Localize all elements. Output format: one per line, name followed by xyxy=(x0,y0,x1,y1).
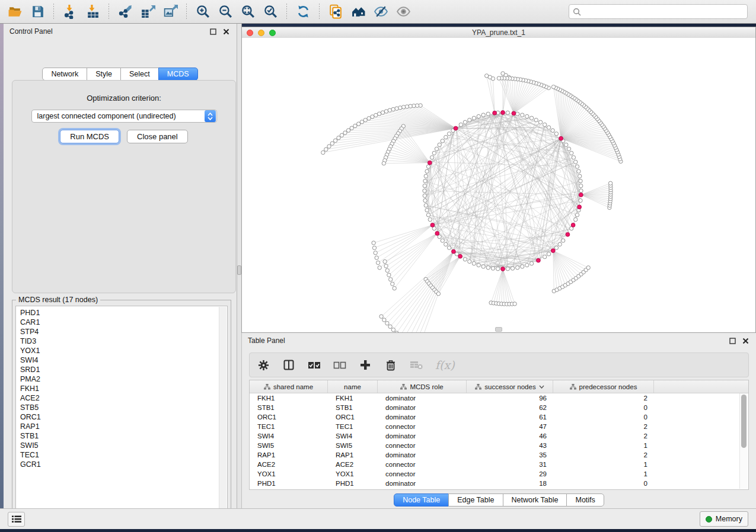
refresh-button[interactable] xyxy=(293,2,313,21)
deselect-all-button[interactable] xyxy=(333,358,346,371)
houses-button[interactable] xyxy=(348,2,368,21)
table-row-FKH1[interactable]: FKH1FKH1dominator962 xyxy=(250,393,748,403)
eye-icon xyxy=(396,4,411,19)
canvas-grip[interactable] xyxy=(495,327,502,332)
table-tab-node-table[interactable]: Node Table xyxy=(394,493,449,507)
list-icon xyxy=(12,515,21,523)
tab-style[interactable]: Style xyxy=(87,68,121,81)
delete-table-button-disabled xyxy=(410,358,423,371)
table-delete-icon xyxy=(410,361,423,370)
zoom-in-button[interactable] xyxy=(193,2,213,21)
task-history-button[interactable] xyxy=(8,512,25,527)
tree-icon xyxy=(475,384,481,390)
zoom-out-icon xyxy=(218,4,233,19)
close-panel-button[interactable] xyxy=(221,27,231,36)
column-header-predecessor-nodes[interactable]: predecessor nodes xyxy=(553,380,654,393)
column-header-MCDS-role[interactable]: MCDS role xyxy=(378,380,467,393)
network-canvas[interactable] xyxy=(242,38,755,332)
show-graphics-details-button[interactable] xyxy=(393,2,413,21)
table-row-ORC1[interactable]: ORC1ORC1dominator610 xyxy=(250,412,748,422)
criterion-dropdown[interactable]: largest connected component (undirected) xyxy=(31,110,217,123)
tree-icon xyxy=(264,384,270,390)
table-settings-button[interactable] xyxy=(257,358,270,371)
zoom-in-icon xyxy=(196,4,210,19)
export-network-button[interactable] xyxy=(115,2,135,21)
column-header-shared-name[interactable]: shared name xyxy=(250,380,328,393)
table-row-TEC1[interactable]: TEC1TEC1connector472 xyxy=(250,422,748,431)
toolbar-search[interactable] xyxy=(569,4,748,19)
mcds-result-item: RAP1 xyxy=(20,422,227,431)
toolbar-separator xyxy=(186,4,187,20)
float-icon xyxy=(210,28,216,35)
open-folder-icon xyxy=(8,4,23,19)
import-table-button[interactable] xyxy=(82,2,103,21)
table-row-PHD1[interactable]: PHD1PHD1dominator180 xyxy=(250,479,748,488)
node-table: shared namenameMCDS rolesuccessor nodesp… xyxy=(249,380,749,490)
mcds-result-scrollbar[interactable] xyxy=(219,307,227,515)
tab-network[interactable]: Network xyxy=(42,68,87,81)
table-cell: 43 xyxy=(467,442,553,449)
table-row-SWI5[interactable]: SWI5SWI5connector431 xyxy=(250,441,748,450)
close-mcds-panel-button[interactable]: Close panel xyxy=(127,130,188,143)
column-header-name[interactable]: name xyxy=(328,380,378,393)
tab-select[interactable]: Select xyxy=(120,68,159,81)
network-titlebar[interactable]: YPA_prune.txt_1 xyxy=(242,27,755,39)
show-columns-button[interactable] xyxy=(282,358,295,371)
network-document-icon xyxy=(328,4,343,19)
float-panel-button[interactable] xyxy=(208,27,218,36)
run-mcds-button[interactable]: Run MCDS xyxy=(60,130,119,143)
table-row-SWI4[interactable]: SWI4SWI4dominator462 xyxy=(250,431,748,441)
save-session-button[interactable] xyxy=(27,2,47,21)
zoom-selected-button[interactable] xyxy=(260,2,280,21)
mcds-result-item: STP4 xyxy=(20,327,227,336)
table-scrollbar[interactable] xyxy=(739,393,748,489)
import-network-button[interactable] xyxy=(60,2,80,21)
memory-button[interactable]: Memory xyxy=(700,511,748,527)
table-cell: 1 xyxy=(553,470,654,477)
close-table-panel-button[interactable] xyxy=(741,336,750,345)
control-panel-tabs: NetworkStyleSelectMCDS xyxy=(4,68,237,81)
search-input[interactable] xyxy=(583,7,744,17)
select-all-button[interactable] xyxy=(308,358,321,371)
network-document-button[interactable] xyxy=(326,2,346,21)
column-header-successor-nodes[interactable]: successor nodes xyxy=(467,380,553,393)
table-scrollbar-thumb[interactable] xyxy=(741,395,747,448)
mcds-result-list[interactable]: PHD1CAR1STP4TID3YOX1SWI4SRD1PMA2FKH1ACE2… xyxy=(15,306,228,517)
table-row-ACE2[interactable]: ACE2ACE2connector311 xyxy=(250,460,748,469)
mcds-result-item: CAR1 xyxy=(20,318,227,327)
table-tab-motifs[interactable]: Motifs xyxy=(566,493,604,507)
table-cell: 35 xyxy=(467,451,553,459)
table-cell: TEC1 xyxy=(328,423,378,430)
table-row-YOX1[interactable]: YOX1YOX1connector291 xyxy=(250,469,748,479)
zoom-out-button[interactable] xyxy=(215,2,235,21)
table-cell: 47 xyxy=(467,423,553,430)
houses-icon xyxy=(351,4,366,19)
export-table-button[interactable] xyxy=(138,2,158,21)
export-image-button[interactable] xyxy=(160,2,180,21)
float-table-panel-button[interactable] xyxy=(728,336,737,345)
table-cell: connector xyxy=(378,442,467,449)
table-cell: SWI4 xyxy=(328,432,378,440)
add-column-button[interactable] xyxy=(359,358,372,371)
toolbar-separator xyxy=(286,4,287,20)
table-row-STB1[interactable]: STB1STB1dominator620 xyxy=(250,403,748,412)
table-tabs: Node TableEdge TableNetwork TableMotifs xyxy=(242,493,756,507)
desktop-background: Control Panel NetworkStyleSelectMCDS Opt… xyxy=(0,0,756,532)
table-tab-edge-table[interactable]: Edge Table xyxy=(448,493,503,507)
table-cell: dominator xyxy=(378,432,467,440)
mcds-tab-content: Optimization criterion: largest connecte… xyxy=(12,80,236,293)
table-panel-title: Table Panel xyxy=(248,336,285,345)
table-row-RAP1[interactable]: RAP1RAP1dominator352 xyxy=(250,450,748,460)
table-cell: YOX1 xyxy=(250,470,328,477)
delete-column-button[interactable] xyxy=(384,358,397,371)
zoom-fit-button[interactable] xyxy=(238,2,258,21)
open-file-button[interactable] xyxy=(5,2,25,21)
splitter-grip[interactable] xyxy=(237,265,241,275)
hide-graphics-details-button[interactable] xyxy=(371,2,391,21)
table-tab-network-table[interactable]: Network Table xyxy=(503,493,567,507)
table-cell: 2 xyxy=(553,423,654,430)
tab-mcds[interactable]: MCDS xyxy=(158,68,198,81)
column-label: successor nodes xyxy=(484,383,535,390)
network-window: YPA_prune.txt_1 xyxy=(241,27,756,333)
mcds-result-item: ACE2 xyxy=(20,393,227,403)
